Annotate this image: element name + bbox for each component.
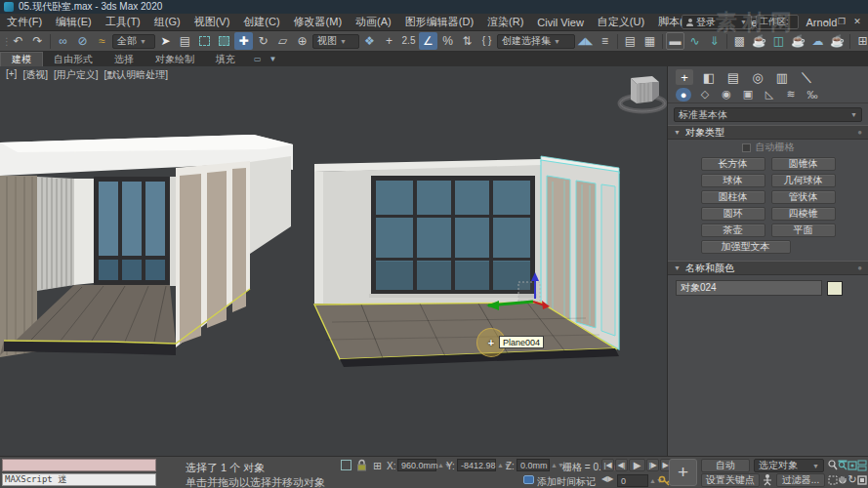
autogrid-checkbox[interactable] bbox=[742, 143, 751, 152]
menu-modifiers[interactable]: 修改器(M) bbox=[287, 15, 350, 29]
category-geometry-icon[interactable]: ● bbox=[676, 88, 691, 102]
button-tube[interactable]: 管状体 bbox=[771, 190, 836, 204]
menu-civil-view[interactable]: Civil View bbox=[530, 17, 590, 28]
time-tag-icon[interactable] bbox=[523, 475, 534, 484]
zoom-extents-all-icon[interactable] bbox=[857, 459, 867, 471]
perspective-viewport[interactable]: [+] [透视] [用户定义] [默认明暗处理] bbox=[0, 66, 667, 456]
ribbon-collapse-icon[interactable]: ▼ bbox=[269, 55, 277, 63]
button-box[interactable]: 长方体 bbox=[701, 157, 765, 171]
coordinate-display-icon[interactable]: ⊞ bbox=[373, 460, 382, 472]
zoom-icon[interactable] bbox=[828, 459, 838, 471]
category-cameras-icon[interactable]: ▣ bbox=[740, 88, 756, 102]
ribbon-tab-freeform[interactable]: 自由形式 bbox=[43, 52, 103, 66]
viewport-menu-user[interactable]: [用户定义] bbox=[54, 68, 99, 82]
select-and-manipulate-icon[interactable]: + bbox=[380, 32, 398, 50]
current-frame-field[interactable]: 0 bbox=[617, 474, 648, 487]
z-coordinate-field[interactable]: 0.0mm bbox=[517, 459, 550, 471]
key-filters-icon[interactable] bbox=[762, 473, 773, 486]
button-pyramid[interactable]: 四棱锥 bbox=[771, 207, 836, 221]
menu-graph-editors[interactable]: 图形编辑器(D) bbox=[398, 15, 480, 29]
zoom-all-icon[interactable] bbox=[838, 459, 847, 471]
ribbon-display-icon[interactable]: ▭ bbox=[254, 55, 262, 63]
ribbon-tab-object-paint[interactable]: 对象绘制 bbox=[145, 52, 205, 66]
key-filter-dropdown[interactable]: 选定对象 ▼ bbox=[754, 459, 824, 472]
rendered-frame-window-icon[interactable]: ◫ bbox=[769, 32, 788, 50]
viewport-menu-general[interactable]: [+] bbox=[6, 68, 17, 82]
button-geosphere[interactable]: 几何球体 bbox=[771, 174, 836, 187]
window-crossing-icon[interactable] bbox=[215, 32, 233, 50]
use-pivot-center-icon[interactable]: ❖ bbox=[360, 32, 379, 50]
undo-icon[interactable]: ↶ bbox=[9, 32, 27, 50]
bedroom-model[interactable] bbox=[314, 159, 549, 305]
lock-selection-icon[interactable] bbox=[356, 459, 367, 471]
button-teapot[interactable]: 茶壶 bbox=[701, 224, 765, 237]
ribbon-tab-populate[interactable]: 填充 bbox=[205, 52, 246, 66]
menu-rendering[interactable]: 渲染(R) bbox=[480, 15, 530, 29]
category-spacewarps-icon[interactable]: ≋ bbox=[783, 88, 799, 102]
maximize-button[interactable]: ❐ bbox=[834, 14, 849, 28]
category-systems-icon[interactable]: ‰ bbox=[805, 88, 820, 102]
tab-utilities[interactable]: ＼ bbox=[798, 69, 815, 85]
zoom-region-icon[interactable] bbox=[828, 473, 838, 486]
maxscript-macro-recorder[interactable] bbox=[2, 459, 156, 471]
curve-editor-icon[interactable]: ∿ bbox=[685, 32, 704, 50]
select-object-icon[interactable]: ➤ bbox=[156, 32, 175, 50]
rollout-name-color[interactable]: ▼ 名称和颜色 ● bbox=[668, 261, 868, 275]
rollout-object-type[interactable]: ▼ 对象类型 ● bbox=[668, 125, 868, 140]
tab-modify[interactable]: ◧ bbox=[700, 69, 718, 85]
tab-motion[interactable]: ◎ bbox=[749, 69, 766, 85]
set-keys-button[interactable]: + bbox=[669, 459, 697, 486]
object-name-field[interactable]: 对象024 bbox=[676, 280, 822, 296]
menu-tools[interactable]: 工具(T) bbox=[99, 15, 147, 29]
menu-edit[interactable]: 编辑(E) bbox=[49, 15, 99, 29]
reference-coordinate-dropdown[interactable]: 视图 ▼ bbox=[312, 34, 359, 49]
menu-views[interactable]: 视图(V) bbox=[187, 15, 237, 29]
align-icon[interactable]: ≡ bbox=[596, 32, 614, 50]
orbit-icon[interactable]: ↻ bbox=[847, 473, 857, 486]
unlink-selection-icon[interactable]: ⊘ bbox=[73, 32, 92, 50]
isolate-selection-icon[interactable] bbox=[341, 460, 351, 470]
angle-snap-icon[interactable]: ∠ bbox=[419, 32, 437, 50]
ribbon-toggle-icon[interactable]: ▬ bbox=[666, 32, 684, 50]
tab-hierarchy[interactable]: ▤ bbox=[724, 69, 742, 85]
mirror-icon[interactable]: ◢◣ bbox=[576, 32, 595, 50]
next-frame-button[interactable]: |▶ bbox=[646, 459, 659, 471]
filters-button[interactable]: 过滤器... bbox=[776, 473, 825, 487]
ribbon-tab-modeling[interactable]: 建模 bbox=[0, 52, 43, 66]
previous-frame-button[interactable]: ◀| bbox=[615, 459, 628, 471]
auto-key-button[interactable]: 自动 bbox=[701, 459, 750, 472]
percent-snap-icon[interactable]: % bbox=[438, 32, 457, 50]
category-lights-icon[interactable]: ◉ bbox=[719, 88, 734, 102]
button-textplus[interactable]: 加强型文本 bbox=[701, 240, 791, 254]
schematic-view-icon[interactable]: ⇓ bbox=[705, 32, 723, 50]
material-editor-icon[interactable]: ▩ bbox=[730, 32, 749, 50]
rectangular-selection-region-icon[interactable] bbox=[195, 32, 214, 50]
tab-display[interactable]: ▥ bbox=[773, 69, 791, 85]
select-and-move-icon[interactable]: ✚ bbox=[234, 32, 253, 50]
render-production-icon[interactable]: ☕ bbox=[789, 32, 807, 50]
redo-icon[interactable]: ↷ bbox=[28, 32, 47, 50]
maximize-view-toggle-icon[interactable] bbox=[857, 473, 867, 486]
menu-create[interactable]: 创建(C) bbox=[236, 15, 286, 29]
play-button[interactable]: ▶ bbox=[629, 459, 645, 471]
menu-customize[interactable]: 自定义(U) bbox=[591, 15, 651, 29]
button-sphere[interactable]: 球体 bbox=[701, 174, 765, 187]
workspace-grid-icon[interactable]: ⊞ bbox=[853, 32, 868, 50]
menu-animation[interactable]: 动画(A) bbox=[349, 15, 398, 29]
maxscript-mini-listener[interactable]: MAXScript 迷 bbox=[2, 473, 156, 486]
viewport-menu-pov[interactable]: [透视] bbox=[22, 68, 48, 82]
select-by-name-icon[interactable]: ▤ bbox=[176, 32, 194, 50]
snaps-toggle-icon[interactable]: 2.5 bbox=[399, 32, 418, 50]
go-to-start-button[interactable]: |◀ bbox=[601, 459, 614, 471]
scene-explorer-icon[interactable]: ▤ bbox=[621, 32, 640, 50]
button-torus[interactable]: 圆环 bbox=[701, 207, 765, 221]
toolbar-grip[interactable]: ⋮ bbox=[2, 36, 8, 47]
select-and-link-icon[interactable]: ∞ bbox=[54, 32, 72, 50]
render-setup-icon[interactable]: ☕ bbox=[750, 32, 768, 50]
category-shapes-icon[interactable]: ◇ bbox=[697, 88, 713, 102]
minimize-button[interactable]: – bbox=[818, 14, 834, 28]
edit-named-sets-icon[interactable]: { } bbox=[477, 32, 496, 50]
pan-icon[interactable] bbox=[838, 473, 847, 486]
add-time-tag[interactable]: 添加时间标记 bbox=[537, 475, 596, 488]
button-cylinder[interactable]: 圆柱体 bbox=[701, 190, 765, 204]
